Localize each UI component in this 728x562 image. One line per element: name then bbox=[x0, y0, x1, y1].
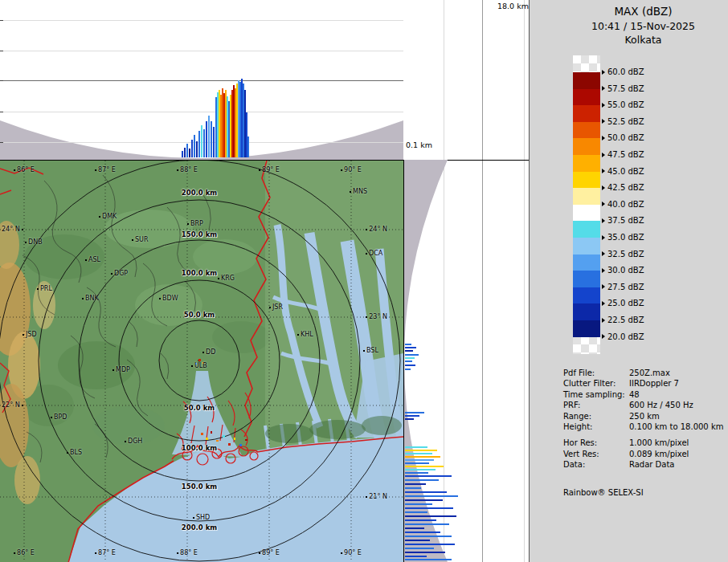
echo-cell bbox=[405, 491, 447, 493]
scale-label: 57.5 dBZ bbox=[602, 84, 644, 93]
echo-cell bbox=[405, 472, 428, 474]
info-row: Height:0.100 km to 18.000 km bbox=[563, 422, 725, 432]
scale-label: 40.0 dBZ bbox=[602, 200, 644, 209]
echo-cell bbox=[405, 354, 419, 356]
echo-cell bbox=[189, 149, 190, 157]
range-ring-label: 50.0 km bbox=[184, 404, 215, 412]
echo-cell bbox=[405, 369, 411, 370]
range-ring-label: 100.0 km bbox=[182, 444, 217, 452]
scale-label: 27.5 dBZ bbox=[602, 283, 644, 291]
echo-cell bbox=[198, 131, 200, 157]
range-ring-label: 100.0 km bbox=[182, 269, 217, 277]
scale-tick-arrow-icon bbox=[602, 334, 605, 339]
scale-tick-arrow-icon bbox=[602, 301, 605, 306]
scale-label: 45.0 dBZ bbox=[602, 167, 644, 176]
scale-tick-arrow-icon bbox=[602, 185, 605, 190]
scale-label: 55.0 dBZ bbox=[602, 100, 644, 109]
echo-cell bbox=[405, 515, 456, 517]
legend-panel: MAX (dBZ) 10:41 / 15-Nov-2025 Kolkata 60… bbox=[529, 0, 728, 562]
echo-cell bbox=[405, 527, 424, 529]
echo-cell bbox=[405, 507, 453, 509]
scale-label: 37.5 dBZ bbox=[602, 216, 644, 225]
radar-max-product: DMKBRPSURDNBASLDGPKRGPRLBNKBDWJSRJSDKHLD… bbox=[0, 0, 728, 562]
scale-tick-arrow-icon bbox=[602, 169, 605, 173]
scale-tick-arrow-icon bbox=[602, 318, 605, 323]
echo-cell bbox=[405, 483, 426, 485]
echo-cell bbox=[186, 144, 188, 157]
echo-cell bbox=[405, 511, 427, 513]
echo-cell bbox=[405, 466, 444, 467]
scale-tick-arrow-icon bbox=[602, 119, 605, 124]
map-panel: DMKBRPSURDNBASLDGPKRGPRLBNKBDWJSRJSDKHLD… bbox=[0, 160, 404, 562]
echo-cell bbox=[191, 140, 193, 157]
scale-tick-arrow-icon bbox=[602, 284, 605, 289]
echo-cell bbox=[405, 450, 437, 451]
scale-label: 42.5 dBZ bbox=[602, 183, 644, 192]
echo-cell bbox=[206, 121, 207, 157]
scale-tick-arrow-icon bbox=[602, 218, 605, 223]
echo-cell bbox=[247, 136, 249, 157]
scale-label: 30.0 dBZ bbox=[602, 266, 644, 275]
echo-cell bbox=[405, 519, 436, 521]
echo-cell bbox=[405, 552, 445, 553]
echo-cell bbox=[194, 135, 195, 157]
top-profile-echoes bbox=[0, 0, 403, 160]
scale-label: 35.0 dBZ bbox=[602, 233, 644, 242]
echo-cell bbox=[405, 364, 415, 366]
range-ring-label: 150.0 km bbox=[182, 483, 217, 491]
info-row: Pdf File:250Z.max bbox=[563, 368, 725, 378]
info-row: Data:Radar Data bbox=[563, 459, 725, 470]
echo-cell bbox=[405, 418, 414, 420]
echo-cell bbox=[213, 127, 215, 157]
height-axis-max-label: 18.0 km bbox=[497, 2, 529, 10]
echo-cell bbox=[405, 469, 436, 470]
scale-label: 50.0 dBZ bbox=[602, 133, 644, 142]
echo-cell bbox=[405, 453, 432, 454]
scale-label: 60.0 dBZ bbox=[602, 67, 644, 76]
echo-cell bbox=[203, 129, 205, 157]
scale-label: 47.5 dBZ bbox=[602, 150, 644, 159]
info-row: Range:250 km bbox=[563, 411, 725, 422]
range-ring-label: 50.0 km bbox=[184, 311, 215, 319]
echo-cell bbox=[184, 148, 186, 157]
echo-cell bbox=[405, 544, 455, 545]
echo-cell bbox=[405, 523, 449, 525]
info-row: Hor Res:1.000 km/pixel bbox=[563, 438, 725, 448]
height-axis-min-label: 0.1 km bbox=[406, 140, 432, 149]
echo-cell bbox=[405, 487, 421, 489]
software-brand: Rainbow® SELEX-SI bbox=[563, 488, 644, 497]
scale-tick-arrow-icon bbox=[602, 268, 605, 273]
scale-tick-arrow-icon bbox=[602, 103, 605, 108]
scale-label: 32.5 dBZ bbox=[602, 250, 644, 259]
range-labels: 200.0 km150.0 km100.0 km50.0 km50.0 km10… bbox=[0, 161, 403, 562]
echo-cell bbox=[405, 357, 415, 359]
info-row: Vert Res:0.089 km/pixel bbox=[563, 449, 725, 459]
echo-cell bbox=[405, 536, 452, 537]
range-ring-label: 200.0 km bbox=[182, 523, 217, 531]
scale-label: 25.0 dBZ bbox=[602, 299, 644, 307]
info-row: Clutter Filter:IIRDoppler 7 bbox=[563, 378, 725, 389]
echo-cell bbox=[405, 503, 432, 505]
echo-cell bbox=[211, 121, 212, 157]
echo-cell bbox=[405, 459, 434, 461]
echo-cell bbox=[405, 415, 419, 417]
scale-tick-arrow-icon bbox=[602, 136, 605, 140]
echo-cell bbox=[405, 559, 452, 560]
info-row: PRF:600 Hz / 450 Hz bbox=[563, 400, 725, 410]
echo-cell bbox=[405, 556, 427, 557]
side-height-profile-panel: 18.0 km 0.1 km bbox=[404, 0, 529, 562]
echo-cell bbox=[405, 350, 413, 352]
top-height-profile-panel bbox=[0, 0, 403, 160]
scale-tick-arrow-icon bbox=[602, 70, 605, 75]
echo-cell bbox=[405, 495, 458, 497]
echo-cell bbox=[405, 540, 430, 541]
echo-cell bbox=[405, 475, 452, 477]
info-row: Time sampling:48 bbox=[563, 389, 725, 400]
scale-label: 20.0 dBZ bbox=[602, 332, 644, 341]
scale-tick-arrow-icon bbox=[602, 202, 605, 206]
echo-cell bbox=[405, 446, 427, 448]
echo-cell bbox=[208, 116, 210, 157]
scale-tick-arrow-icon bbox=[602, 251, 605, 256]
echo-cell bbox=[182, 151, 183, 157]
legend-info: Pdf File:250Z.maxClutter Filter:IIRDoppl… bbox=[563, 368, 725, 470]
